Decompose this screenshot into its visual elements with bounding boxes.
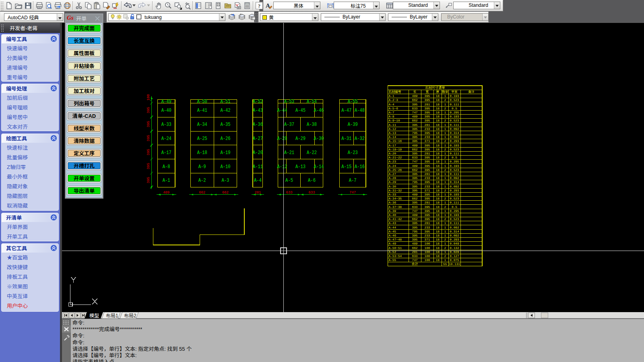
svg-text:A-46: A-46 xyxy=(389,234,396,237)
svg-text:A-11: A-11 xyxy=(253,164,263,170)
svg-text:2: 2 xyxy=(444,218,446,221)
svg-text:A-50~51: A-50~51 xyxy=(389,247,402,250)
svg-text:A-53: A-53 xyxy=(284,99,294,105)
svg-text:A-39: A-39 xyxy=(348,121,358,128)
svg-text:18: 18 xyxy=(436,123,440,127)
svg-text:395: 395 xyxy=(424,115,430,118)
svg-text:0.193: 0.193 xyxy=(450,144,459,147)
svg-text:1: 1 xyxy=(444,95,446,98)
svg-text:395: 395 xyxy=(424,156,430,159)
svg-text:2: 2 xyxy=(444,156,446,159)
svg-text:A-8: A-8 xyxy=(163,164,170,170)
svg-text:A-37~38: A-37~38 xyxy=(389,206,402,209)
svg-text:0.193: 0.193 xyxy=(450,165,459,168)
svg-text:1: 1 xyxy=(444,177,446,180)
svg-text:395: 395 xyxy=(412,173,417,176)
svg-text:2: 2 xyxy=(444,197,446,200)
svg-text:395: 395 xyxy=(424,148,430,151)
svg-text:1: 1 xyxy=(444,160,446,163)
svg-text:0.295: 0.295 xyxy=(450,210,459,213)
svg-text:395: 395 xyxy=(412,234,417,237)
svg-text:18: 18 xyxy=(436,181,440,184)
svg-text:A-12: A-12 xyxy=(389,128,396,131)
svg-text:A-44: A-44 xyxy=(389,226,396,229)
svg-text:489: 489 xyxy=(412,165,417,168)
svg-text:489: 489 xyxy=(412,144,417,147)
svg-text:795: 795 xyxy=(412,181,417,184)
svg-text:A-53~54: A-53~54 xyxy=(389,255,402,258)
svg-text:0.111: 0.111 xyxy=(450,152,459,155)
svg-text:A-31~32: A-31~32 xyxy=(389,189,402,192)
svg-text:A-49: A-49 xyxy=(389,242,396,245)
svg-text:A-41: A-41 xyxy=(197,107,207,113)
svg-text:A-40: A-40 xyxy=(389,214,396,217)
svg-text:A-5~6: A-5~6 xyxy=(389,107,398,110)
svg-text:0.295: 0.295 xyxy=(450,111,459,114)
svg-text:A-30: A-30 xyxy=(314,136,324,142)
svg-text:1: 1 xyxy=(444,111,446,114)
svg-text:A-22: A-22 xyxy=(307,150,317,156)
svg-text:395: 395 xyxy=(412,140,417,143)
svg-text:395: 395 xyxy=(412,189,417,192)
svg-text:A-47: A-47 xyxy=(341,107,351,113)
svg-text:1: 1 xyxy=(444,173,446,176)
svg-text:395: 395 xyxy=(412,123,417,127)
svg-text:A-44: A-44 xyxy=(277,107,287,113)
svg-text:18: 18 xyxy=(436,242,440,245)
svg-text:数量: 数量 xyxy=(442,89,448,94)
svg-text:A-19: A-19 xyxy=(220,150,230,156)
svg-text:A-5: A-5 xyxy=(285,177,293,183)
svg-text:100: 100 xyxy=(424,242,430,245)
svg-text:A-14: A-14 xyxy=(314,164,324,170)
svg-text:395: 395 xyxy=(146,135,151,141)
svg-text:489: 489 xyxy=(412,115,417,118)
svg-text:A-49: A-49 xyxy=(161,99,171,105)
svg-text:18: 18 xyxy=(436,132,440,135)
svg-text:0.523: 0.523 xyxy=(450,148,459,151)
svg-text:0.092: 0.092 xyxy=(450,128,459,131)
svg-text:A-27: A-27 xyxy=(389,173,396,176)
svg-text:371: 371 xyxy=(424,140,430,143)
svg-text:281: 281 xyxy=(424,222,430,225)
svg-text:A-26: A-26 xyxy=(220,136,230,142)
svg-text:18: 18 xyxy=(436,193,440,196)
svg-text:395: 395 xyxy=(412,152,417,155)
svg-text:395: 395 xyxy=(146,121,151,127)
svg-text:395: 395 xyxy=(424,165,430,168)
svg-text:0.111: 0.111 xyxy=(450,103,459,106)
svg-text:18: 18 xyxy=(436,177,440,180)
svg-text:A-31: A-31 xyxy=(341,136,351,142)
svg-text:A-20: A-20 xyxy=(389,152,396,155)
svg-text:A-9: A-9 xyxy=(198,164,206,170)
svg-text:18: 18 xyxy=(436,107,440,110)
svg-text:18: 18 xyxy=(436,222,440,225)
svg-text:1: 1 xyxy=(444,185,446,188)
svg-text:395: 395 xyxy=(424,214,430,217)
svg-text:1: 1 xyxy=(444,259,446,262)
svg-text:18: 18 xyxy=(436,226,440,229)
svg-text:A-43: A-43 xyxy=(389,222,396,225)
svg-text:18: 18 xyxy=(436,218,440,221)
svg-text:662: 662 xyxy=(199,190,205,195)
svg-text:18: 18 xyxy=(436,111,440,114)
svg-text:A-18~19: A-18~19 xyxy=(389,148,402,151)
svg-text:100: 100 xyxy=(424,259,430,262)
svg-text:0.314: 0.314 xyxy=(450,230,459,233)
svg-text:A-50: A-50 xyxy=(197,99,207,105)
svg-text:747: 747 xyxy=(412,111,417,114)
svg-text:489: 489 xyxy=(163,190,169,195)
svg-text:A-24: A-24 xyxy=(389,165,396,168)
svg-text:A-43: A-43 xyxy=(253,107,263,113)
svg-text:A-17: A-17 xyxy=(389,144,396,147)
svg-text:A-28: A-28 xyxy=(389,177,396,180)
svg-text:A-21~22: A-21~22 xyxy=(389,156,402,159)
svg-text:1: 1 xyxy=(444,226,446,229)
svg-text:747: 747 xyxy=(412,160,417,163)
svg-text:A-48: A-48 xyxy=(355,107,365,113)
svg-text:1: 1 xyxy=(444,214,446,217)
svg-text:1: 1 xyxy=(444,222,446,225)
svg-text:1: 1 xyxy=(444,128,446,131)
svg-text:395: 395 xyxy=(146,177,151,183)
svg-text:A-40: A-40 xyxy=(161,107,171,113)
svg-text:0.092: 0.092 xyxy=(450,185,459,188)
